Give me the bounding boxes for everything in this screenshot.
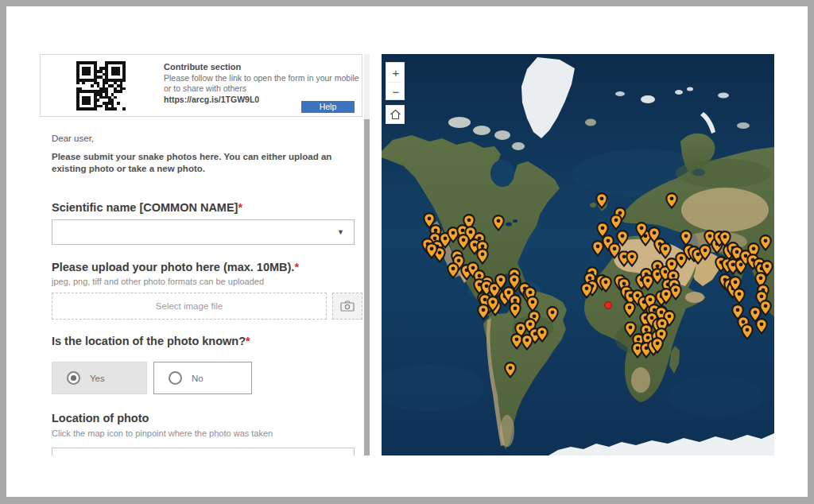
map-pin[interactable] <box>595 192 608 209</box>
home-button[interactable] <box>386 105 405 124</box>
survey123-page: Contribute section Please follow the lin… <box>6 6 808 497</box>
option-no[interactable]: No <box>153 362 252 394</box>
select-image-file-button[interactable]: Select image file <box>52 293 327 320</box>
map-pin[interactable] <box>546 306 559 323</box>
map-pin[interactable] <box>610 214 622 231</box>
map-pin[interactable] <box>626 250 638 267</box>
required-asterisk: * <box>294 261 299 273</box>
map-pin[interactable] <box>759 300 772 316</box>
contribute-title: Contribute section <box>164 62 359 72</box>
screenshot-frame: Contribute section Please follow the lin… <box>0 0 814 504</box>
map-pin[interactable] <box>660 288 673 304</box>
zoom-control: + − <box>386 62 405 100</box>
required-asterisk: * <box>238 201 242 214</box>
scientific-name-label: Scientific name [COMMON NAME]* <box>52 201 242 214</box>
map-pin[interactable] <box>492 215 505 231</box>
map-pin[interactable] <box>733 288 746 304</box>
map-pin[interactable] <box>425 242 438 259</box>
location-known-label: Is the location of the photo known?* <box>52 335 250 347</box>
contribute-description: Please follow the link to open the form … <box>164 73 359 94</box>
map-panel[interactable]: + − <box>382 54 774 456</box>
map-pin[interactable] <box>591 240 604 257</box>
location-of-photo-hint: Click the map icon to pinpoint where the… <box>52 428 273 438</box>
chevron-down-icon: ▼ <box>337 228 344 236</box>
photo-upload-label: Please upload your photo here (max. 10MB… <box>52 261 299 273</box>
contribute-card: Contribute section Please follow the lin… <box>40 54 362 117</box>
red-dot-marker[interactable] <box>604 301 612 309</box>
map-pin-layer <box>382 54 774 456</box>
map-pin[interactable] <box>623 301 636 318</box>
greeting-text: Dear user, <box>52 134 94 143</box>
zoom-in-button[interactable]: + <box>386 63 405 82</box>
divider <box>389 82 401 83</box>
home-icon <box>390 109 401 120</box>
scientific-name-label-text: Scientific name [COMMON NAME] <box>52 201 238 214</box>
location-known-options: Yes No <box>52 362 252 394</box>
location-input-partial[interactable] <box>52 448 355 456</box>
radio-icon <box>169 371 182 385</box>
radio-icon <box>67 371 80 385</box>
location-known-label-text: Is the location of the photo known? <box>52 335 246 347</box>
map-pin[interactable] <box>536 326 548 343</box>
photo-upload-label-text: Please upload your photo here (max. 10MB… <box>52 261 294 273</box>
option-yes[interactable]: Yes <box>52 362 147 394</box>
map-pin[interactable] <box>651 337 664 354</box>
scientific-name-select[interactable]: ▼ <box>52 219 355 245</box>
map-pin[interactable] <box>521 334 533 351</box>
map-pin[interactable] <box>755 318 768 335</box>
zoom-out-button[interactable]: − <box>386 82 405 101</box>
map-pin[interactable] <box>508 273 521 290</box>
intro-message: Please submit your snake photos here. Yo… <box>52 151 362 175</box>
map-pin[interactable] <box>699 244 711 261</box>
photo-upload-hint: jpeg, png, tiff and other photo formats … <box>52 277 264 286</box>
map-pin[interactable] <box>665 192 678 209</box>
map-pin[interactable] <box>504 362 517 378</box>
location-of-photo-label: Location of photo <box>52 412 149 425</box>
survey-form-panel: Contribute section Please follow the lin… <box>40 54 362 456</box>
map-pin[interactable] <box>659 242 672 259</box>
map-pin[interactable] <box>635 222 648 238</box>
map-pin[interactable] <box>599 276 612 293</box>
map-pin[interactable] <box>759 235 772 251</box>
map-pin[interactable] <box>477 304 490 320</box>
option-yes-label: Yes <box>90 374 105 383</box>
option-no-label: No <box>192 374 204 383</box>
map-pin[interactable] <box>447 262 459 279</box>
map-pin[interactable] <box>580 282 593 299</box>
camera-icon <box>340 300 355 312</box>
map-pin[interactable] <box>741 324 754 340</box>
qr-code <box>76 61 126 110</box>
help-button[interactable]: Help <box>301 101 355 113</box>
form-scrollbar[interactable] <box>364 54 370 456</box>
camera-button[interactable] <box>332 293 362 320</box>
scrollbar-thumb[interactable] <box>364 119 370 456</box>
map-pin[interactable] <box>509 302 521 319</box>
contribute-text-block: Contribute section Please follow the lin… <box>164 62 359 104</box>
required-asterisk: * <box>246 335 250 347</box>
upload-placeholder: Select image file <box>156 301 223 311</box>
